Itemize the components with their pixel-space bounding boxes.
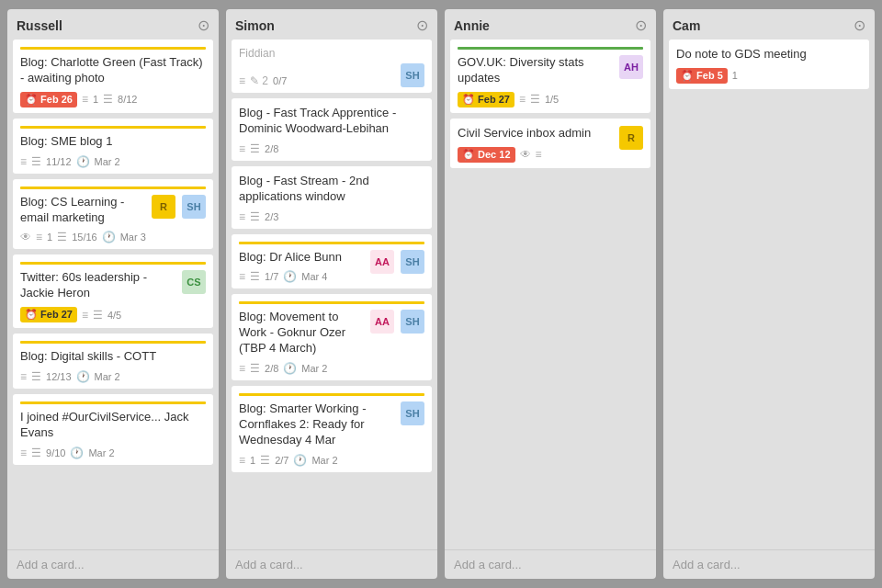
card-meta-row: ≡1☰2/7🕐Mar 2: [239, 454, 424, 467]
eye-icon: 👁: [520, 148, 531, 161]
avatar-group: AH: [616, 55, 643, 79]
card-a2[interactable]: RCivil Service inbox admin⏰ Dec 12👁≡: [450, 119, 650, 168]
card-color-bar: [458, 47, 643, 50]
due-date: Mar 2: [95, 371, 120, 382]
checklist-count: 12/13: [46, 371, 72, 382]
fiddian-label: Fiddian: [239, 47, 424, 60]
column-cards: Fiddian≡✎ 20/7SHBlog - Fast Track Appren…: [226, 40, 437, 548]
column-cards: AHGOV.UK: Diversity stats updates⏰ Feb 2…: [445, 40, 656, 548]
due-date-badge: ⏰ Dec 12: [458, 147, 515, 163]
due-date: Mar 2: [311, 455, 337, 466]
card-title: Blog - Fast Stream - 2nd applications wi…: [239, 174, 424, 205]
due-date: Mar 2: [301, 363, 327, 374]
column-cards: Do note to GDS meeting⏰ Feb 51: [663, 40, 875, 548]
checklist-count: 9/10: [46, 447, 65, 458]
card-title: Blog: Digital skills - COTT: [20, 349, 206, 365]
column-title: Cam: [673, 18, 700, 33]
column-title: Annie: [454, 18, 490, 33]
avatar: SH: [401, 310, 424, 334]
avatar: SH: [401, 401, 424, 425]
column-menu-icon[interactable]: ⊙: [635, 17, 647, 34]
comment-icon: ✎ 2: [250, 74, 268, 87]
checklist-count: 2/8: [265, 363, 278, 374]
avatar: AA: [370, 310, 394, 334]
eye-icon: 👁: [20, 231, 31, 243]
clock-icon: 🕐: [102, 231, 116, 243]
checklist-icon: ☰: [530, 93, 540, 106]
list-icon: ≡: [239, 270, 245, 283]
card-meta-row: ≡☰11/12🕐Mar 2: [20, 155, 206, 168]
column-annie: Annie⊙AHGOV.UK: Diversity stats updates⏰…: [445, 9, 656, 579]
column-simon: Simon⊙Fiddian≡✎ 20/7SHBlog - Fast Track …: [226, 9, 437, 579]
column-menu-icon[interactable]: ⊙: [854, 17, 865, 34]
kanban-board: Russell⊙Blog: Charlotte Green (Fast Trac…: [0, 0, 882, 588]
card-meta-row: ≡☰9/10🕐Mar 2: [20, 447, 206, 459]
checklist-icon: ☰: [57, 231, 67, 243]
card-r2[interactable]: Blog: SME blog 1≡☰11/12🕐Mar 2: [13, 119, 213, 174]
checklist-count: 1/7: [265, 271, 278, 282]
add-card-button[interactable]: Add a card...: [663, 549, 875, 579]
card-s4[interactable]: AASHBlog: Movement to Work - Goknur Ozer…: [232, 294, 432, 380]
column-cards: Blog: Charlotte Green (Fast Track) - awa…: [7, 40, 219, 548]
card-color-bar: [20, 47, 206, 50]
checklist-count: 0/7: [273, 75, 287, 86]
list-icon: ≡: [239, 210, 245, 223]
card-r4[interactable]: CSTwitter: 60s leadership - Jackie Heron…: [13, 254, 213, 328]
card-title: Do note to GDS meeting: [676, 47, 862, 62]
due-date-badge: ⏰ Feb 27: [20, 307, 77, 322]
avatar-group: AASH: [367, 250, 424, 274]
column-menu-icon[interactable]: ⊙: [198, 17, 209, 34]
fiddian-meta-row: ≡✎ 20/7: [239, 74, 287, 87]
due-date-badge: ⏰ Feb 26: [20, 92, 77, 107]
avatar-group: CS: [178, 270, 206, 294]
checklist-icon: ☰: [31, 155, 41, 168]
card-r6[interactable]: I joined #OurCivilService... Jack Evans≡…: [13, 394, 213, 465]
checklist-icon: ☰: [250, 270, 260, 283]
checklist-count: 2/7: [275, 455, 288, 466]
checklist-count: 2/3: [265, 211, 278, 222]
card-meta-row: ⏰ Feb 27≡☰4/5: [20, 307, 206, 322]
card-meta-row: ≡☰12/13🕐Mar 2: [20, 370, 206, 383]
card-title: Blog: SME blog 1: [20, 134, 206, 150]
clock-icon: 🕐: [70, 447, 84, 459]
avatar-group: AASH: [367, 310, 424, 334]
card-r3[interactable]: RSHBlog: CS Learning - email marketing👁≡…: [13, 179, 213, 250]
card-r1[interactable]: Blog: Charlotte Green (Fast Track) - awa…: [13, 40, 213, 113]
due-date-badge: ⏰ Feb 27: [458, 92, 514, 107]
card-title: I joined #OurCivilService... Jack Evans: [20, 410, 206, 441]
avatar: CS: [182, 270, 206, 294]
card-color-bar: [20, 401, 206, 404]
column-header: Russell⊙: [7, 9, 219, 40]
column-cam: Cam⊙Do note to GDS meeting⏰ Feb 51Add a …: [663, 9, 875, 579]
card-s5[interactable]: SHBlog: Smarter Working - Cornflakes 2: …: [232, 386, 432, 472]
due-date: Mar 2: [88, 447, 114, 458]
add-card-button[interactable]: Add a card...: [445, 549, 656, 579]
card-meta-row: ⏰ Feb 27≡☰1/5: [458, 92, 643, 107]
card-c1[interactable]: Do note to GDS meeting⏰ Feb 51: [669, 40, 869, 89]
due-date: Mar 2: [95, 156, 120, 167]
due-date-badge: ⏰ Feb 5: [676, 68, 728, 84]
list-icon: ≡: [536, 148, 542, 161]
due-date: Mar 3: [120, 232, 146, 243]
list-icon: ≡: [20, 370, 27, 383]
add-card-button[interactable]: Add a card...: [7, 549, 219, 579]
comment-count: 1: [93, 94, 98, 105]
card-color-bar: [20, 262, 206, 265]
fiddian-card[interactable]: Fiddian≡✎ 20/7SH: [232, 40, 432, 93]
list-icon: ≡: [239, 362, 245, 375]
card-s3[interactable]: AASHBlog: Dr Alice Bunn≡☰1/7🕐Mar 4: [232, 234, 432, 289]
add-card-button[interactable]: Add a card...: [226, 549, 437, 579]
card-s1[interactable]: Blog - Fast Track Apprentice - Dominic W…: [232, 98, 432, 161]
card-a1[interactable]: AHGOV.UK: Diversity stats updates⏰ Feb 2…: [450, 40, 650, 113]
avatar-group: R: [616, 126, 643, 150]
card-r5[interactable]: Blog: Digital skills - COTT≡☰12/13🕐Mar 2: [13, 334, 213, 389]
checklist-icon: ☰: [260, 454, 270, 467]
card-meta-row: ≡☰2/8: [239, 142, 424, 155]
avatar: AH: [619, 55, 643, 79]
checklist-count: 11/12: [46, 156, 72, 167]
column-menu-icon[interactable]: ⊙: [416, 17, 428, 34]
clock-icon: 🕐: [76, 370, 90, 383]
card-meta-row: ⏰ Feb 26≡1☰8/12: [20, 92, 206, 107]
avatar: R: [152, 195, 175, 219]
card-s2[interactable]: Blog - Fast Stream - 2nd applications wi…: [232, 166, 432, 229]
